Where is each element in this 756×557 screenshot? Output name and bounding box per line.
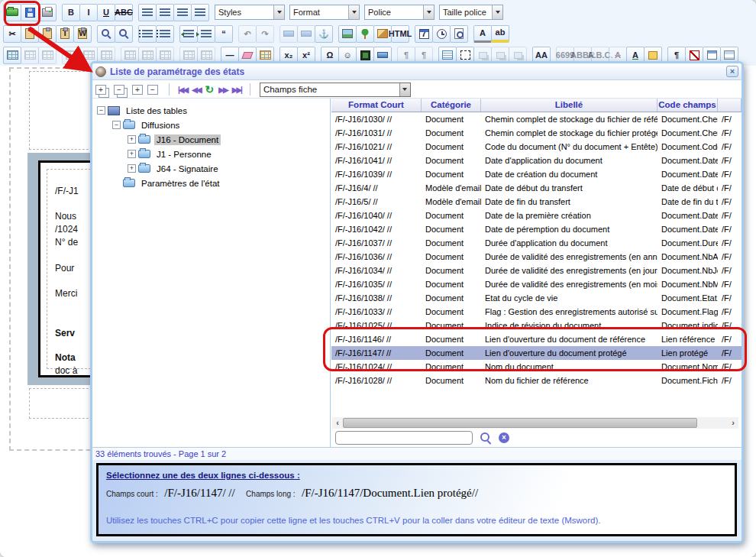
- collapse-button[interactable]: −: [147, 85, 158, 95]
- image-button[interactable]: [338, 25, 357, 43]
- filter-select[interactable]: Champs fiche: [260, 83, 411, 97]
- column-header-extra[interactable]: [718, 99, 741, 112]
- table-row[interactable]: /F/-J16/1031/ // Document Chemin complet…: [331, 126, 741, 140]
- font-select[interactable]: Police: [364, 5, 435, 20]
- table-row-props-button[interactable]: [21, 47, 39, 64]
- column-header-libelle[interactable]: Libellé: [481, 99, 657, 112]
- html-source-button[interactable]: HTML: [391, 25, 409, 43]
- paste-text-button[interactable]: T: [56, 25, 74, 43]
- table-row[interactable]: /F/-J16/1034/ // Document Durée de valid…: [331, 264, 741, 277]
- table-row[interactable]: /F/-J16/1021/ // Document Code du docume…: [331, 140, 741, 154]
- link-button[interactable]: [279, 25, 298, 43]
- find-button[interactable]: [97, 25, 115, 43]
- underline-button[interactable]: U: [97, 4, 115, 21]
- replace-button[interactable]: [115, 25, 133, 43]
- expand-button[interactable]: +: [132, 85, 143, 95]
- bold-button[interactable]: B: [62, 4, 80, 21]
- tree-image-button[interactable]: [356, 25, 374, 43]
- print-button[interactable]: [38, 4, 57, 21]
- calendar-button[interactable]: 7: [415, 25, 433, 43]
- tree-item-diffusions[interactable]: − Diffusions: [92, 118, 330, 132]
- table-row[interactable]: /F/-J16/1037/ // Document Durée d'applic…: [331, 236, 741, 250]
- text-color-button[interactable]: A: [473, 25, 492, 43]
- tree-expand-icon[interactable]: +: [128, 135, 136, 144]
- align-justify-button[interactable]: [191, 4, 209, 21]
- table-row[interactable]: /F/-J16/1042/ // Document Date de péremp…: [331, 222, 741, 236]
- clock-button[interactable]: [432, 25, 451, 43]
- table-cell-props-button[interactable]: [38, 47, 57, 64]
- format-select[interactable]: Format: [289, 5, 360, 20]
- column-header-categorie[interactable]: Catégorie: [422, 99, 481, 112]
- italic-button[interactable]: I: [79, 4, 98, 21]
- expand-all-button[interactable]: +: [95, 85, 106, 95]
- row-before-button[interactable]: [62, 47, 80, 64]
- align-left-button[interactable]: [138, 4, 157, 21]
- align-center-button[interactable]: [156, 4, 174, 21]
- first-page-button[interactable]: |◀◀: [176, 86, 189, 94]
- column-header-format-court[interactable]: Format Court: [331, 99, 422, 112]
- blockquote-button[interactable]: “: [215, 25, 233, 43]
- scroll-right-icon[interactable]: ›: [728, 417, 738, 429]
- paste-button[interactable]: [38, 25, 57, 43]
- tree-item-liste-des-tables[interactable]: − Liste des tables: [92, 103, 330, 118]
- unlink-button[interactable]: [297, 25, 315, 43]
- strikethrough-button[interactable]: ABC: [115, 4, 133, 21]
- last-page-button[interactable]: ▶▶|: [230, 86, 244, 94]
- table-row[interactable]: /F/-J16/1036/ // Document Durée de valid…: [331, 250, 741, 264]
- preview-button[interactable]: [450, 25, 468, 43]
- save-button[interactable]: [21, 4, 39, 21]
- table-row[interactable]: /F/-J16/1025/ // Document Indice de révi…: [331, 319, 741, 332]
- next-page-button[interactable]: ▶▶: [216, 86, 229, 94]
- paste-word-button[interactable]: W: [73, 25, 92, 43]
- tree-expand-icon[interactable]: −: [97, 106, 105, 115]
- table-row[interactable]: /F/-J16/1041/ // Document Date d'applica…: [331, 154, 741, 167]
- table-row[interactable]: /F/-J16/1028/ // Document Nom du fichier…: [331, 374, 741, 387]
- tree-expand-icon[interactable]: +: [128, 164, 136, 173]
- table-row[interactable]: /F/-J16/1035/ // Document Durée de valid…: [331, 277, 741, 291]
- table-row[interactable]: /F/-J16/1147/ // Document Lien d'ouvertu…: [331, 346, 741, 360]
- horizontal-scrollbar[interactable]: ‹ ›: [332, 417, 738, 429]
- search-input[interactable]: [335, 431, 473, 445]
- tree-item-j1-personne[interactable]: + J1 - Personne: [92, 147, 330, 161]
- column-header-code-champs[interactable]: Code champs: [657, 99, 718, 112]
- scroll-left-icon[interactable]: ‹: [332, 417, 343, 429]
- scrollbar-thumb[interactable]: [343, 418, 697, 428]
- tree-expand-icon[interactable]: −: [112, 121, 121, 129]
- table-row[interactable]: /F/-J16/1038/ // Document Etat du cycle …: [331, 291, 741, 305]
- open-file-button[interactable]: [3, 4, 21, 21]
- tree-expand-icon[interactable]: +: [128, 150, 136, 158]
- copy-button[interactable]: [21, 25, 39, 43]
- search-icon[interactable]: [479, 431, 493, 445]
- redo-button[interactable]: ↷: [256, 25, 274, 43]
- tree-item-j64-signataire[interactable]: + J64 - Signataire: [92, 161, 330, 176]
- close-button[interactable]: ×: [726, 66, 738, 77]
- indent-button[interactable]: [197, 25, 215, 43]
- tree-item-j16-document[interactable]: + J16 - Document: [92, 132, 330, 147]
- table-row[interactable]: /F/-J16/1024/ // Document Nom du documen…: [331, 360, 741, 374]
- styles-select[interactable]: Styles: [215, 5, 285, 20]
- table-row[interactable]: /F/-J16/1033/ // Document Flag : Gestion…: [331, 305, 741, 319]
- short-field-value[interactable]: /F/-J16/1147/ //: [164, 487, 234, 499]
- table-row[interactable]: /F/-J16/1146/ // Document Lien d'ouvertu…: [331, 332, 741, 346]
- previous-page-button[interactable]: ◀◀: [189, 86, 202, 94]
- fontsize-select[interactable]: Taille police: [439, 5, 503, 20]
- outdent-button[interactable]: [179, 25, 198, 43]
- collapse-all-button[interactable]: −: [114, 85, 124, 95]
- table-row[interactable]: /F/-J16/1039/ // Document Date de créati…: [331, 167, 741, 181]
- cut-button[interactable]: ✂: [3, 25, 21, 43]
- table-row[interactable]: /F/-J16/1030/ // Document Chemin complet…: [331, 112, 741, 126]
- refresh-button[interactable]: ↻: [203, 83, 217, 96]
- align-right-button[interactable]: [173, 4, 192, 21]
- dialog-title-bar[interactable]: Liste de paramétrage des états ×: [92, 63, 741, 80]
- anchor-button[interactable]: ⚓: [315, 25, 333, 43]
- numbered-list-button[interactable]: [156, 25, 174, 43]
- bullet-list-button[interactable]: [138, 25, 157, 43]
- tree-item-parametres-etat[interactable]: Paramètres de l'état: [92, 176, 330, 190]
- undo-button[interactable]: ↶: [238, 25, 257, 43]
- highlight-color-button[interactable]: ab: [491, 25, 509, 43]
- edit-table-button[interactable]: [3, 47, 21, 64]
- clear-search-icon[interactable]: ×: [499, 432, 509, 443]
- table-row[interactable]: /F/-J16/1040/ // Document Date de la pre…: [331, 209, 741, 222]
- table-row[interactable]: /F/-J16/4/ // Modèle d'email Date de déb…: [331, 181, 741, 195]
- table-row[interactable]: /F/-J16/5/ // Modèle d'email Date de fin…: [331, 195, 741, 209]
